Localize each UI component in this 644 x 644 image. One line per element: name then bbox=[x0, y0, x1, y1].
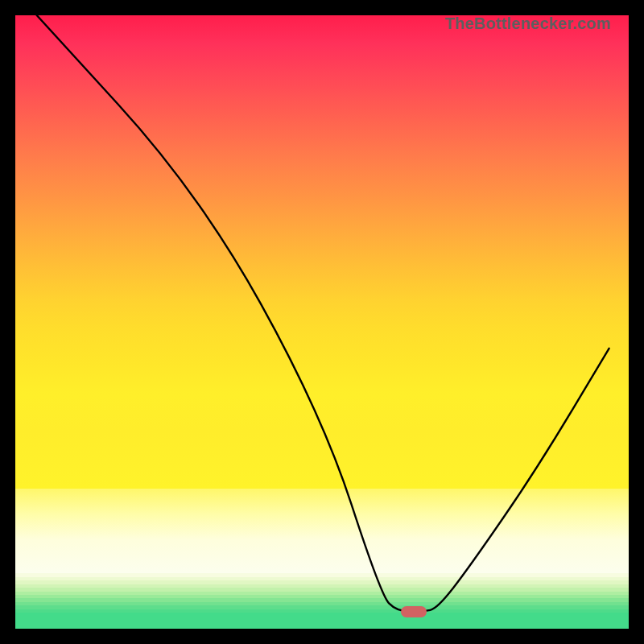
optimal-point-marker bbox=[401, 606, 427, 617]
bottleneck-curve bbox=[15, 15, 629, 629]
chart-frame: TheBottlenecker.com bbox=[0, 0, 644, 644]
watermark-text: TheBottlenecker.com bbox=[445, 14, 611, 33]
plot-area bbox=[15, 15, 629, 629]
